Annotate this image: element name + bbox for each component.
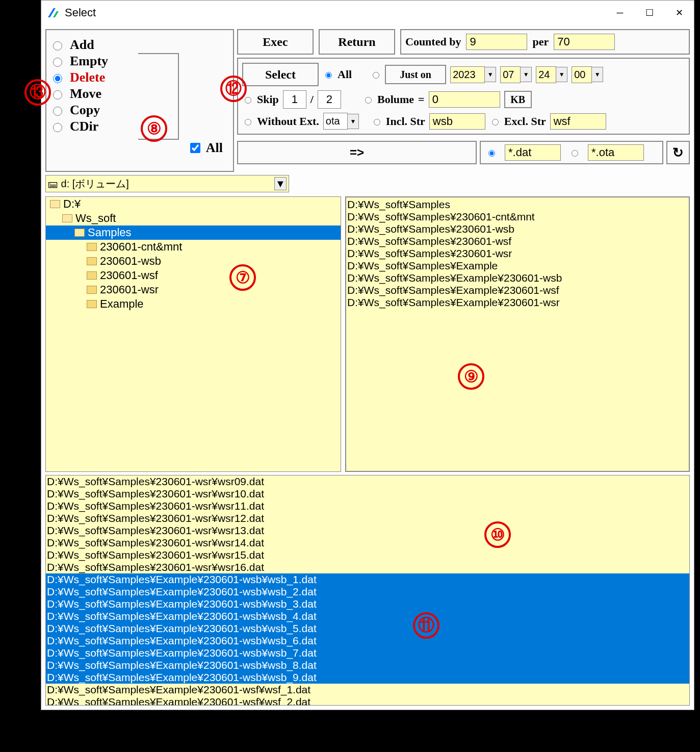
- path-line[interactable]: D:¥Ws_soft¥Samples¥Example¥230601-wsb: [347, 272, 688, 284]
- per-input[interactable]: [554, 34, 615, 50]
- path-line[interactable]: D:¥Ws_soft¥Samples¥Example: [347, 260, 688, 272]
- file-line[interactable]: D:¥Ws_soft¥Samples¥Example¥230601-wsb¥ws…: [46, 598, 689, 610]
- tree-item[interactable]: 230601-wsf: [46, 268, 341, 283]
- file-line[interactable]: D:¥Ws_soft¥Samples¥230601-wsr¥wsr13.dat: [46, 524, 689, 537]
- title-bar[interactable]: Select ─ ☐ ✕: [41, 1, 694, 25]
- withoutext-radio[interactable]: [245, 119, 251, 126]
- tree-label: 230601-wsr: [100, 283, 159, 296]
- select-window: Select ─ ☐ ✕ Add Empty Delete Move Copy …: [41, 0, 694, 710]
- folder-tree[interactable]: D:¥Ws_softSamples230601-cnt&mnt230601-ws…: [45, 196, 341, 472]
- file-list[interactable]: D:¥Ws_soft¥Samples¥230601-wsr¥wsr09.datD…: [45, 475, 690, 706]
- tree-item[interactable]: Example: [46, 297, 341, 311]
- bolume-label: Bolume: [377, 93, 414, 106]
- all-radio[interactable]: [325, 72, 332, 79]
- drive-select[interactable]: 🖴 d: [ボリューム] ▼: [45, 175, 289, 192]
- file-line[interactable]: D:¥Ws_soft¥Samples¥Example¥230601-wsb¥ws…: [46, 573, 689, 586]
- bolume-radio[interactable]: [365, 97, 372, 104]
- bolume-input[interactable]: [429, 91, 500, 108]
- hour-input[interactable]: [572, 66, 592, 83]
- cdir-radio[interactable]: [53, 123, 62, 132]
- file-line[interactable]: D:¥Ws_soft¥Samples¥Example¥230601-wsf¥ws…: [46, 684, 689, 696]
- select-button[interactable]: Select: [242, 63, 319, 86]
- all-checkbox[interactable]: [190, 143, 200, 153]
- tree-item[interactable]: 230601-wsb: [46, 254, 341, 268]
- drive-dd-icon[interactable]: ▼: [274, 177, 287, 190]
- copy-radio[interactable]: [53, 107, 62, 116]
- folder-icon: [74, 229, 85, 237]
- file-line[interactable]: D:¥Ws_soft¥Samples¥Example¥230601-wsf¥ws…: [46, 696, 689, 706]
- tree-item[interactable]: 230601-wsr: [46, 283, 341, 297]
- inclstr-input[interactable]: [429, 113, 485, 130]
- hour-dd-icon[interactable]: ▼: [592, 67, 603, 82]
- juston-radio[interactable]: [373, 72, 379, 79]
- file-line[interactable]: D:¥Ws_soft¥Samples¥230601-wsr¥wsr11.dat: [46, 500, 689, 512]
- folder-icon: [87, 243, 97, 251]
- exec-button[interactable]: Exec: [237, 29, 314, 55]
- path-line[interactable]: D:¥Ws_soft¥Samples: [347, 198, 688, 211]
- path-line[interactable]: D:¥Ws_soft¥Samples¥230601-wsb: [347, 223, 688, 235]
- year-input[interactable]: [450, 66, 485, 83]
- file-line[interactable]: D:¥Ws_soft¥Samples¥Example¥230601-wsb¥ws…: [46, 622, 689, 635]
- file-line[interactable]: D:¥Ws_soft¥Samples¥230601-wsr¥wsr15.dat: [46, 549, 689, 561]
- month-dd-icon[interactable]: ▼: [521, 67, 532, 82]
- file-line[interactable]: D:¥Ws_soft¥Samples¥230601-wsr¥wsr14.dat: [46, 537, 689, 549]
- skip-label: Skip: [257, 93, 279, 106]
- minimize-button[interactable]: ─: [605, 3, 635, 23]
- month-input[interactable]: [500, 66, 521, 83]
- kb-button[interactable]: KB: [504, 91, 532, 108]
- year-dd-icon[interactable]: ▼: [485, 67, 496, 82]
- file-line[interactable]: D:¥Ws_soft¥Samples¥230601-wsr¥wsr10.dat: [46, 488, 689, 500]
- path-line[interactable]: D:¥Ws_soft¥Samples¥230601-cnt&mnt: [347, 211, 688, 223]
- ext1-radio[interactable]: [488, 150, 495, 157]
- arrow-button[interactable]: =>: [237, 141, 477, 164]
- exclstr-radio[interactable]: [492, 119, 499, 126]
- file-line[interactable]: D:¥Ws_soft¥Samples¥Example¥230601-wsb¥ws…: [46, 635, 689, 647]
- action-panel: Add Empty Delete Move Copy CDir All: [45, 29, 234, 172]
- path-line[interactable]: D:¥Ws_soft¥Samples¥Example¥230601-wsr: [347, 296, 688, 309]
- file-line[interactable]: D:¥Ws_soft¥Samples¥230601-wsr¥wsr09.dat: [46, 475, 689, 488]
- skip-a-input[interactable]: [283, 90, 306, 109]
- delete-radio[interactable]: [53, 74, 62, 83]
- tree-item[interactable]: D:¥: [46, 197, 341, 211]
- add-radio[interactable]: [53, 41, 62, 51]
- juston-button[interactable]: Just on: [385, 65, 446, 84]
- skip-sep: /: [310, 93, 314, 106]
- path-line[interactable]: D:¥Ws_soft¥Samples¥230601-wsf: [347, 235, 688, 247]
- day-input[interactable]: [536, 66, 556, 83]
- move-radio[interactable]: [53, 90, 62, 99]
- empty-radio[interactable]: [53, 58, 62, 67]
- inclstr-radio[interactable]: [374, 119, 380, 126]
- withoutext-input[interactable]: [323, 113, 348, 130]
- file-line[interactable]: D:¥Ws_soft¥Samples¥Example¥230601-wsb¥ws…: [46, 659, 689, 671]
- tree-item[interactable]: Ws_soft: [46, 211, 341, 225]
- file-line[interactable]: D:¥Ws_soft¥Samples¥230601-wsr¥wsr16.dat: [46, 561, 689, 573]
- tree-label: 230601-wsf: [100, 269, 158, 282]
- withoutext-label: Without Ext.: [257, 115, 319, 128]
- file-line[interactable]: D:¥Ws_soft¥Samples¥Example¥230601-wsb¥ws…: [46, 647, 689, 659]
- withoutext-dd-icon[interactable]: ▼: [348, 114, 359, 129]
- skip-radio[interactable]: [245, 97, 251, 104]
- return-button[interactable]: Return: [319, 29, 395, 55]
- refresh-icon: ↻: [672, 145, 684, 161]
- ext2-radio[interactable]: [572, 150, 578, 157]
- file-line[interactable]: D:¥Ws_soft¥Samples¥230601-wsr¥wsr12.dat: [46, 512, 689, 524]
- path-line[interactable]: D:¥Ws_soft¥Samples¥230601-wsr: [347, 247, 688, 260]
- maximize-button[interactable]: ☐: [635, 3, 664, 23]
- file-line[interactable]: D:¥Ws_soft¥Samples¥Example¥230601-wsb¥ws…: [46, 671, 689, 684]
- tree-item[interactable]: 230601-cnt&mnt: [46, 240, 341, 254]
- close-button[interactable]: ✕: [664, 3, 694, 23]
- tree-item[interactable]: Samples: [46, 225, 341, 240]
- file-line[interactable]: D:¥Ws_soft¥Samples¥Example¥230601-wsb¥ws…: [46, 610, 689, 622]
- path-list[interactable]: D:¥Ws_soft¥SamplesD:¥Ws_soft¥Samples¥230…: [345, 196, 690, 472]
- tree-label: 230601-wsb: [100, 255, 161, 268]
- exclstr-input[interactable]: [550, 113, 606, 130]
- file-line[interactable]: D:¥Ws_soft¥Samples¥Example¥230601-wsb¥ws…: [46, 586, 689, 598]
- ext1-input[interactable]: [505, 144, 561, 161]
- counted-by-input[interactable]: [466, 34, 527, 50]
- day-dd-icon[interactable]: ▼: [556, 67, 567, 82]
- path-line[interactable]: D:¥Ws_soft¥Samples¥Example¥230601-wsf: [347, 284, 688, 296]
- refresh-button[interactable]: ↻: [666, 141, 690, 164]
- ext2-input[interactable]: [588, 144, 644, 161]
- tree-label: D:¥: [63, 197, 81, 211]
- skip-b-input[interactable]: [318, 90, 341, 109]
